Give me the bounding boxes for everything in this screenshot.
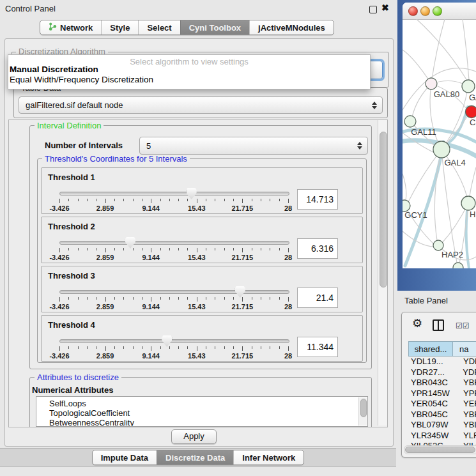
slider-thumb[interactable] [162, 335, 172, 347]
tab-label: Network [60, 23, 93, 33]
network-node[interactable] [462, 80, 475, 93]
table-row[interactable]: YPR145WYPR1 [408, 388, 476, 399]
slider-tick [197, 248, 197, 252]
threshold-4-slider[interactable]: -3.4262.8599.14415.4321.71528 [59, 336, 288, 360]
dropdown-option-manual[interactable]: Manual Discretization [10, 65, 98, 74]
split-panel-icon[interactable] [433, 319, 444, 331]
slider-track[interactable] [59, 290, 289, 294]
slider-tick [96, 346, 96, 349]
slider-tick [123, 346, 124, 349]
column-header-shared[interactable]: shared... [408, 341, 453, 357]
threshold-1-value-field[interactable]: 14.713 [297, 189, 338, 210]
slider-tick [114, 346, 115, 349]
scrollbar-thumb[interactable] [360, 399, 367, 417]
network-edge[interactable] [431, 19, 445, 84]
network-edge[interactable] [403, 50, 431, 84]
tab-cyni-toolbox[interactable]: Cyni Toolbox [180, 20, 249, 35]
slider-tick-label: 15.43 [188, 352, 206, 360]
list-item[interactable]: BetweennessCentrality [49, 418, 134, 427]
table-row[interactable]: YLR345WYLR3 [408, 431, 476, 441]
slider-tick [261, 297, 261, 300]
tab-discretize-data[interactable]: Discretize Data [157, 450, 233, 464]
slider-tick [160, 199, 161, 201]
list-item[interactable]: TopologicalCoefficient [49, 408, 130, 418]
scrollbar-thumb[interactable] [380, 132, 387, 288]
num-intervals-select[interactable]: 5 [139, 137, 368, 155]
threshold-4-value-field[interactable]: 11.344 [297, 337, 338, 357]
numerical-attributes-list[interactable]: SelfLoops TopologicalCoefficient Between… [36, 396, 368, 427]
cell-shared: YPR145W [408, 388, 454, 399]
network-node[interactable] [433, 240, 443, 250]
table-data-select[interactable]: galFiltered.sif default node [19, 96, 383, 114]
slider-tick [87, 199, 88, 201]
table-row[interactable]: YDL19...YDL1 [408, 357, 476, 367]
slider-tick [288, 346, 289, 351]
threshold-1-slider[interactable]: -3.4262.8599.14415.4321.71528 [59, 188, 288, 213]
slider-thumb[interactable] [235, 286, 245, 298]
table-row[interactable]: YDR27...YDR2 [408, 367, 476, 378]
slider-tick-label: 15.43 [188, 254, 206, 261]
table-row[interactable]: YER054CYER0 [408, 399, 476, 410]
threshold-3-slider[interactable]: -3.4262.8599.14415.4321.71528 [59, 287, 288, 311]
network-node[interactable] [461, 196, 475, 210]
slider-tick [270, 248, 270, 250]
slider-tick [96, 297, 96, 300]
apply-button[interactable]: Apply [171, 429, 217, 444]
network-node[interactable] [404, 116, 416, 127]
slider-tick [270, 346, 270, 349]
slider-tick [123, 248, 124, 250]
slider-tick [105, 248, 106, 252]
network-node[interactable] [426, 78, 437, 89]
cell-name: YLR3 [454, 431, 476, 441]
tab-style[interactable]: Style [101, 20, 138, 35]
slider-track[interactable] [59, 192, 289, 196]
slider-track[interactable] [59, 241, 289, 245]
threshold-2-value-field[interactable]: 6.316 [297, 238, 338, 259]
network-node[interactable] [466, 106, 476, 118]
slider-tick [151, 248, 151, 252]
list-item[interactable]: SelfLoops [49, 399, 86, 408]
slider-tick [68, 199, 69, 201]
settings-gear-icon[interactable]: ⚙ [412, 318, 422, 329]
float-window-icon[interactable] [369, 6, 377, 13]
slider-tick-label: 15.43 [188, 303, 206, 311]
close-traffic-light-icon[interactable] [408, 6, 418, 16]
slider-tick [133, 248, 134, 250]
close-icon[interactable]: ✖ [381, 3, 389, 13]
slider-track[interactable] [59, 339, 289, 343]
table-row[interactable]: YBR043CYBR0 [408, 378, 476, 388]
threshold-2-slider[interactable]: -3.4262.8599.14415.4321.71528 [59, 238, 288, 262]
tab-impute-data[interactable]: Impute Data [93, 450, 157, 464]
network-edge[interactable] [470, 167, 476, 196]
slider-tick [59, 346, 60, 351]
slider-tick [59, 248, 60, 252]
network-canvas[interactable]: GAL80GACGAL11GAL4GCY1HHAP2 [403, 19, 476, 268]
dropdown-option-equal-width[interactable]: Equal Width/Frequency Discretization [10, 75, 153, 84]
vertical-scrollbar[interactable] [378, 120, 387, 426]
slider-tick-label: 9.144 [142, 254, 160, 261]
network-edge[interactable] [463, 19, 469, 80]
threshold-3-value-field[interactable]: 21.4 [297, 288, 338, 308]
table-row[interactable]: YBL079WYBL0 [408, 420, 476, 431]
tab-infer-network[interactable]: Infer Network [233, 450, 303, 464]
network-edge[interactable] [403, 174, 406, 200]
tab-select[interactable]: Select [138, 20, 180, 35]
column-visibility-icon[interactable]: ☑☑ [456, 321, 470, 330]
list-scrollbar[interactable] [358, 397, 367, 426]
table-row[interactable]: YBR045CYBR0 [408, 410, 476, 420]
scrollbar-thumb[interactable] [405, 447, 475, 453]
network-node-label: GCY1 [404, 210, 427, 220]
column-header-name[interactable]: na [453, 341, 476, 357]
tab-network[interactable]: Network [40, 20, 101, 35]
network-node[interactable] [433, 141, 450, 158]
tab-jactivemnodules[interactable]: jActiveMNodules [249, 20, 334, 35]
slider-tick [68, 346, 69, 349]
minimize-traffic-light-icon[interactable] [420, 6, 430, 16]
network-node[interactable] [453, 263, 463, 268]
cell-name: YBL0 [454, 420, 476, 431]
horizontal-scrollbar[interactable] [404, 445, 476, 454]
zoom-traffic-light-icon[interactable] [433, 6, 442, 16]
slider-thumb[interactable] [187, 188, 197, 199]
slider-thumb[interactable] [125, 237, 135, 249]
network-window-titlebar[interactable] [403, 3, 476, 20]
